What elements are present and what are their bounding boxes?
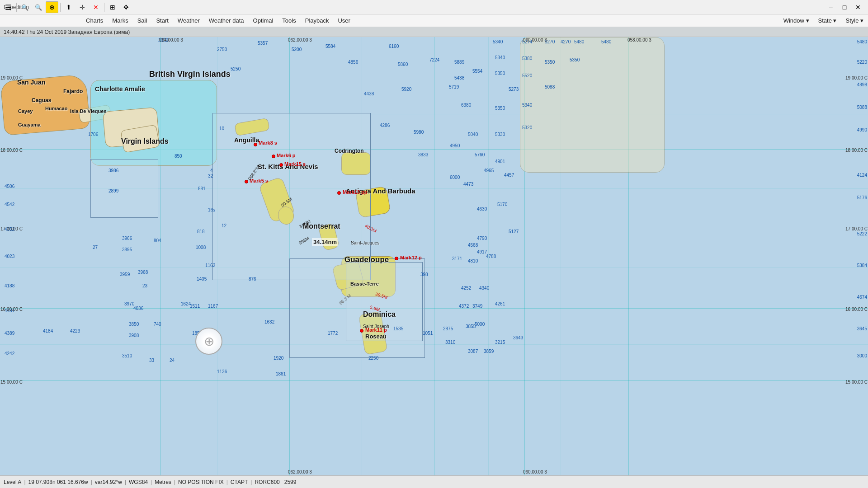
depth-4810: 4810 — [468, 258, 478, 263]
grid-line-h8 — [0, 267, 868, 268]
depth-1405: 1405 — [197, 277, 207, 282]
depth-3215: 3215 — [495, 340, 505, 345]
depth-1162: 1162 — [205, 263, 215, 268]
depth-2875: 2875 — [443, 326, 453, 331]
minimize-button[interactable]: – — [825, 2, 837, 12]
depth-5719: 5719 — [449, 84, 459, 89]
map-canvas[interactable]: 50.5M 34.9M 40.3M 34.0M A4 British Virgi… — [0, 37, 868, 475]
depth-4023: 4023 — [5, 254, 14, 259]
depth-4457: 4457 — [504, 173, 514, 178]
menu-weather[interactable]: Weather — [173, 14, 204, 27]
label-guayama: Guayama — [18, 122, 41, 127]
coord-top-060: 060.00.00 3 — [523, 38, 547, 42]
cursor-btn[interactable]: ✛ — [76, 1, 89, 13]
label-dominica: Dominica — [363, 310, 396, 319]
coord-bot-060: 060.00.00 3 — [523, 469, 547, 474]
depth-5350e: 5350 — [570, 57, 580, 62]
depth-5127: 5127 — [509, 229, 519, 234]
status-level: Level A — [4, 479, 21, 485]
menu-start[interactable]: Start — [151, 14, 173, 27]
depth-6160: 6160 — [389, 44, 399, 49]
depth-5200: 5200 — [292, 47, 302, 52]
depth-5320: 5320 — [522, 125, 532, 130]
depth-5889: 5889 — [454, 60, 464, 65]
coord-left-19: 19 00.00 C — [0, 75, 23, 80]
toolbar-separator-2 — [60, 3, 61, 12]
depth-5000: 5000 — [475, 322, 485, 327]
menu-charts[interactable]: Charts — [81, 14, 108, 27]
menu-style[interactable]: Style ▾ — [841, 15, 868, 26]
depth-1535: 1535 — [393, 326, 403, 331]
depth-4901: 4901 — [495, 159, 505, 164]
menu-weather-data[interactable]: Weather data — [204, 14, 249, 27]
depth-5350b: 5350 — [495, 71, 505, 76]
status-chart: RORC600 — [255, 479, 279, 485]
coord-right-17: 17 00.00 C — [845, 226, 868, 231]
depth-1920: 1920 — [274, 356, 283, 361]
menu-marks[interactable]: Marks — [108, 14, 132, 27]
depth-5350d: 5350 — [545, 60, 555, 65]
info-bar: 14:40:42 Thu 24 Oct 2019 Западная Европа… — [0, 27, 868, 37]
depth-3855: 3855 — [466, 324, 476, 329]
coord-bot-062: 062.00.00 3 — [288, 469, 312, 474]
maximize-button[interactable]: □ — [838, 2, 851, 12]
depth-1008: 1008 — [196, 245, 206, 250]
delete-btn[interactable]: ✕ — [90, 1, 102, 13]
zoom-out-btn[interactable]: 🔍 — [32, 1, 45, 13]
menu-toolbar-btn[interactable]: ☰ — [2, 1, 14, 13]
depth-3895: 3895 — [122, 247, 132, 252]
mark-dot-15 — [279, 163, 283, 167]
compass-rose: ⊕ — [195, 328, 222, 355]
menu-window[interactable]: Window ▾ — [779, 15, 814, 26]
menu-playback[interactable]: Playback — [301, 14, 334, 27]
depth-far-right-4: 5088 — [857, 105, 867, 110]
depth-3087: 3087 — [468, 349, 478, 354]
label-british-virgin-islands: British Virgin Islands — [149, 70, 231, 79]
menu-tools[interactable]: Tools — [278, 14, 300, 27]
depth-4630: 4630 — [477, 206, 487, 211]
coord-right-15: 15 00.00 C — [845, 380, 868, 385]
north-up-btn[interactable]: ⬆ — [62, 1, 75, 13]
grid-line-v3 — [434, 37, 434, 475]
status-position: 19 07.908n 061 16.676w — [28, 479, 88, 485]
label-saint-jacques: Saint-Jacques — [351, 240, 379, 245]
depth-4242: 4242 — [5, 351, 14, 356]
depth-5438: 5438 — [454, 75, 464, 80]
status-variation: var14.92°w — [95, 479, 122, 485]
depth-3970: 3970 — [124, 301, 134, 306]
move-btn[interactable]: ✥ — [120, 1, 132, 13]
depth-850: 850 — [175, 154, 182, 159]
depth-1632: 1632 — [264, 319, 274, 324]
depth-far-right-8: 5222 — [857, 231, 867, 236]
zoom-in-btn[interactable]: 🔍 — [19, 1, 31, 13]
menu-sail[interactable]: Sail — [133, 14, 152, 27]
toolbar: ☰ 🔍 🔍 ⊕ ⬆ ✛ ✕ ⊞ ✥ — [0, 0, 134, 14]
menu-user[interactable]: User — [333, 14, 354, 27]
depth-5088: 5088 — [545, 84, 555, 89]
select-area-btn[interactable]: ⊞ — [106, 1, 119, 13]
depth-1511: 1511 — [190, 304, 200, 309]
depth-740: 740 — [154, 322, 161, 327]
label-virgin-islands: Virgin Islands — [121, 137, 169, 145]
depth-5760: 5760 — [475, 152, 485, 157]
land-right-partial — [520, 37, 665, 173]
label-mark6p: Mark6 p — [277, 153, 296, 158]
close-button[interactable]: ✕ — [852, 2, 864, 12]
coord-top-058: 058.00.00 3 — [627, 38, 651, 42]
depth-6000: 6000 — [450, 175, 460, 180]
depth-1706: 1706 — [88, 132, 98, 137]
label-basse-terre: Basse-Terre — [350, 281, 379, 286]
center-map-btn[interactable]: ⊕ — [46, 1, 58, 13]
menu-optimal[interactable]: Optimal — [249, 14, 278, 27]
depth-2750: 2750 — [217, 47, 227, 52]
label-humacao: Humacao — [45, 106, 68, 111]
depth-3643: 3643 — [513, 335, 523, 340]
depth-881: 881 — [198, 186, 206, 191]
depth-24: 24 — [170, 358, 175, 363]
depth-33: 33 — [149, 358, 154, 363]
mark-dot-5 — [245, 180, 248, 183]
depth-3966: 3966 — [122, 236, 132, 241]
label-isla-de-vieques: Isla De Vieques — [70, 108, 107, 114]
menu-state[interactable]: State ▾ — [814, 15, 841, 26]
depth-4036: 4036 — [133, 306, 143, 311]
